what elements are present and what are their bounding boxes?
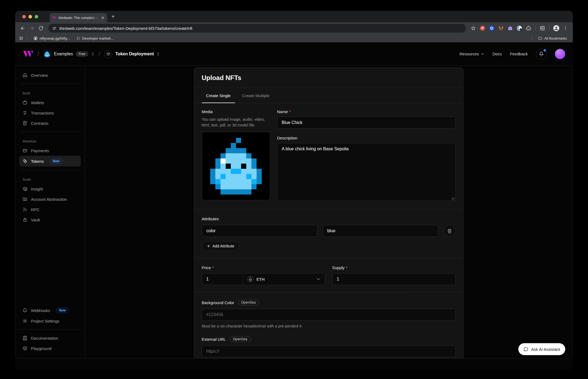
close-window-button[interactable]	[22, 15, 26, 18]
address-bar[interactable]: thirdweb.com/team/examples/Token-Deploym…	[48, 24, 466, 33]
swap-arrows-icon	[23, 110, 27, 115]
external-url-input[interactable]	[202, 345, 456, 357]
extensions-puzzle-icon[interactable]	[525, 25, 532, 31]
currency-label: ETH	[257, 277, 265, 282]
description-label: Description	[277, 136, 456, 140]
sidebar-item-playground[interactable]: Playground	[19, 343, 81, 353]
extension-red-icon[interactable]	[479, 25, 486, 31]
reload-icon[interactable]	[37, 24, 45, 32]
price-input[interactable]	[202, 273, 243, 285]
name-input[interactable]	[277, 117, 456, 129]
new-badge: New	[56, 308, 69, 313]
sidebar-item-transactions[interactable]: Transactions	[19, 108, 81, 118]
sidebar-label: Transactions	[31, 111, 54, 115]
dashed-divider	[194, 292, 463, 292]
sidebar-label: Documentation	[31, 336, 58, 340]
sidebar-bottom: Webhooks New Project Settings Documentat…	[19, 305, 81, 353]
all-bookmarks-button[interactable]: All Bookmarks	[536, 36, 569, 40]
bookmark-developer-marketing[interactable]: Developer marketi...	[74, 36, 116, 40]
forward-icon[interactable]	[28, 24, 36, 32]
thirdweb-logo[interactable]	[23, 50, 34, 58]
notification-dot	[544, 49, 546, 52]
clock-extension-icon[interactable]	[516, 25, 523, 31]
background-color-input[interactable]	[202, 309, 456, 321]
sidebar-label: RPC	[31, 207, 40, 212]
description-textarea[interactable]: A blue chick living on Base Sepolia	[277, 143, 456, 201]
sidebar-section-scale: Scale	[23, 178, 78, 181]
extension-blue-icon[interactable]	[488, 25, 495, 31]
sidebar-item-webhooks[interactable]: Webhooks New	[19, 305, 81, 316]
media-upload-preview[interactable]	[202, 132, 270, 200]
metamask-icon[interactable]	[498, 25, 504, 31]
sidebar-item-rpc[interactable]: RPC	[19, 204, 81, 215]
sidebar-label: Contracts	[31, 121, 48, 126]
account-folder-icon	[23, 197, 27, 202]
sidebar-item-account-abstraction[interactable]: Account Abstraction	[19, 194, 81, 204]
attribute-key-input[interactable]	[202, 225, 317, 237]
opensea-badge: OpenSea	[238, 300, 260, 305]
sidebar-label: Overview	[31, 73, 48, 78]
add-attribute-button[interactable]: Add Attribute	[202, 241, 239, 251]
sidebar-item-overview[interactable]: Overview	[19, 70, 81, 80]
currency-select[interactable]: ETH	[243, 273, 325, 285]
new-badge: New	[50, 158, 63, 164]
resources-label: Resources	[459, 52, 479, 56]
bookmark-niftyswap[interactable]: niftyswap.gg/Nifty...	[31, 36, 72, 40]
breadcrumb-separator-2: /	[99, 50, 101, 58]
tab-create-single[interactable]: Create Single	[202, 88, 235, 103]
nft-image-blue-chick	[205, 138, 267, 195]
user-avatar[interactable]	[555, 49, 565, 59]
sidebar-item-documentation[interactable]: Documentation	[19, 333, 81, 343]
new-tab-button[interactable]: +	[111, 14, 115, 20]
feedback-link[interactable]: Feedback	[510, 52, 528, 56]
supply-input[interactable]	[332, 273, 456, 285]
project-switcher-icon[interactable]	[156, 52, 160, 56]
home-icon	[23, 73, 27, 78]
sidebar-item-contracts[interactable]: Contracts	[19, 118, 81, 128]
all-bookmarks-label: All Bookmarks	[544, 36, 567, 40]
url-text: thirdweb.com/team/examples/Token-Deploym…	[59, 26, 192, 31]
ask-ai-assistant-button[interactable]: Ask AI Assistant	[518, 343, 565, 355]
back-icon[interactable]	[18, 24, 27, 32]
browser-tab[interactable]: thirdweb: The complete web3 ✕	[50, 13, 107, 22]
minimize-window-button[interactable]	[28, 15, 32, 18]
insight-cube-icon	[23, 186, 27, 191]
required-asterisk: *	[212, 265, 214, 270]
browser-profile-avatar[interactable]	[553, 25, 560, 31]
tab-create-multiple[interactable]: Create Multiple	[238, 88, 274, 103]
sidebar-section-monetize: Monetize	[23, 139, 78, 143]
site-settings-icon[interactable]	[52, 26, 57, 31]
browser-menu-kebab-icon[interactable]	[561, 24, 570, 32]
sidebar-divider	[20, 170, 80, 170]
apps-grid-icon[interactable]	[19, 36, 23, 40]
bookmark-star-icon[interactable]	[469, 24, 477, 32]
required-asterisk: *	[289, 109, 291, 114]
phantom-icon[interactable]	[507, 25, 513, 31]
docs-link[interactable]: Docs	[493, 52, 502, 56]
team-switcher-icon[interactable]	[91, 52, 95, 56]
sidebar-item-project-settings[interactable]: Project Settings	[19, 316, 81, 326]
chevron-down-icon	[316, 277, 321, 281]
project-name[interactable]: Token Deployment	[115, 52, 154, 56]
team-avatar[interactable]	[43, 50, 51, 58]
create-tabs: Create Single Create Multiple	[194, 88, 463, 103]
price-label: Price*	[202, 265, 325, 270]
tab-close-icon[interactable]: ✕	[101, 16, 104, 20]
sidebar-item-vault[interactable]: Vault	[19, 215, 81, 225]
sidebar-label: Project Settings	[31, 319, 59, 323]
resources-menu[interactable]: Resources	[459, 52, 484, 56]
zoom-window-button[interactable]	[35, 15, 38, 18]
sidebar-item-payments[interactable]: Payments	[19, 145, 81, 156]
attribute-value-input[interactable]	[323, 225, 438, 237]
team-name[interactable]: Examples	[54, 52, 73, 56]
lock-icon	[23, 217, 27, 222]
project-icon	[104, 50, 112, 58]
sidebar-item-insight[interactable]: Insight	[19, 184, 81, 194]
sidebar-item-wallets[interactable]: Wallets	[19, 97, 81, 108]
notifications-button[interactable]	[536, 49, 547, 59]
sidebar-item-tokens[interactable]: Tokens New	[19, 156, 81, 167]
delete-attribute-button[interactable]	[444, 225, 456, 237]
side-panel-icon[interactable]	[538, 24, 547, 32]
bookmark-label: Developer marketi...	[82, 36, 114, 40]
sidebar-label: Playground	[31, 346, 52, 351]
